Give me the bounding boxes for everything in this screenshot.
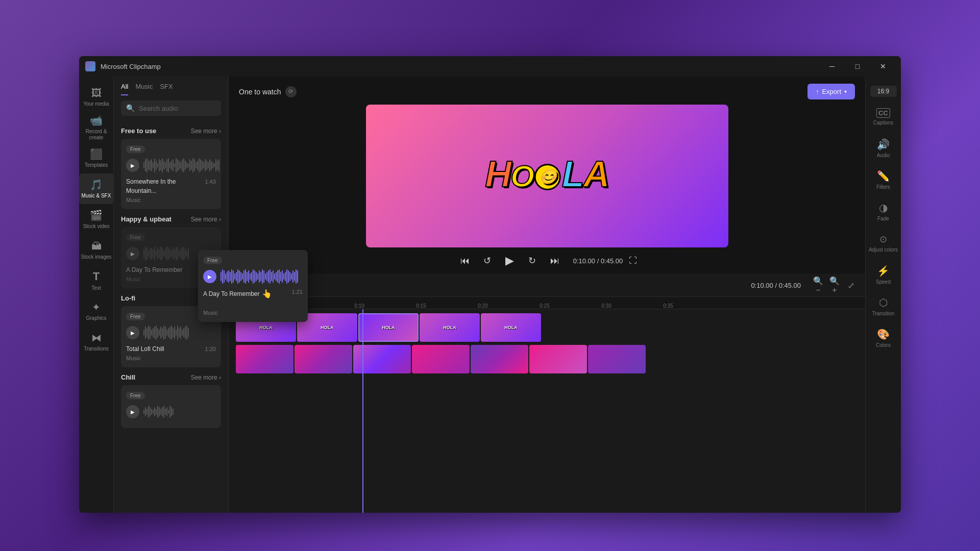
preview-badge[interactable]: ⟳ bbox=[285, 86, 297, 97]
audio-label: Audio bbox=[877, 153, 890, 159]
bg-clip-1[interactable] bbox=[236, 345, 293, 373]
bg-track bbox=[236, 345, 858, 373]
bg-clip-3[interactable] bbox=[353, 345, 411, 373]
section-free-title: Free to use bbox=[121, 127, 156, 135]
stock-images-icon: 🏔 bbox=[91, 240, 102, 252]
play-button-lofi[interactable]: ▶ bbox=[126, 326, 139, 339]
track-tooltip: Free ▶ bbox=[198, 250, 308, 322]
play-pause-button[interactable]: ▶ bbox=[502, 253, 518, 269]
export-button[interactable]: ↑ Export ▾ bbox=[807, 84, 855, 99]
hola-l: L bbox=[562, 154, 583, 194]
hola-track: HOLA HOLA HOLA HOLA bbox=[236, 313, 858, 342]
aspect-ratio-badge[interactable]: 16:9 bbox=[870, 86, 897, 97]
graphics-icon: ✦ bbox=[92, 301, 101, 313]
see-more-happy[interactable]: See more › bbox=[191, 216, 221, 223]
tl-time-total: 0:45.00 bbox=[779, 282, 801, 289]
text-label: Text bbox=[91, 285, 101, 291]
smiley-face: 😊 bbox=[534, 164, 561, 190]
hola-clip-5[interactable]: HOLA bbox=[481, 313, 541, 342]
sidebar-item-stock-images[interactable]: 🏔 Stock images bbox=[79, 235, 114, 265]
timeline-tracks: HOLA HOLA HOLA HOLA bbox=[229, 309, 865, 513]
time-mark-20: 0:20 bbox=[478, 303, 487, 309]
center-area: One to watch ⟳ ↑ Export ▾ HO😊LA bbox=[229, 77, 865, 513]
tab-sfx[interactable]: SFX bbox=[160, 83, 173, 95]
fit-button[interactable]: ⤢ bbox=[844, 278, 858, 292]
search-icon: 🔍 bbox=[126, 104, 135, 112]
hola-track-row: HOLA HOLA HOLA HOLA bbox=[236, 313, 858, 342]
audio-panel-tabs: All Music SFX bbox=[114, 77, 228, 95]
graphics-label: Graphics bbox=[86, 315, 106, 321]
fullscreen-button[interactable]: ⛶ bbox=[629, 256, 637, 265]
preview-top: One to watch ⟳ ↑ Export ▾ bbox=[239, 84, 855, 99]
fade-icon: ◑ bbox=[879, 202, 888, 214]
sidebar-item-stock-video[interactable]: 🎬 Stock video bbox=[79, 204, 114, 235]
waveform-chill bbox=[143, 404, 216, 420]
timeline-area: ↩ ↪ 🗑 ⧉ 0:10.00 / 0:45.00 🔍− 🔍+ ⤢ bbox=[229, 274, 865, 513]
bg-clip-5[interactable] bbox=[471, 345, 528, 373]
sidebar-item-templates[interactable]: ⬛ Templates bbox=[79, 143, 114, 173]
close-button[interactable]: ✕ bbox=[871, 58, 895, 74]
your-media-label: Your media bbox=[83, 101, 109, 107]
tooltip-player: ▶ bbox=[203, 268, 303, 285]
bg-clip-2[interactable] bbox=[295, 345, 352, 373]
time-mark-10: 0:10 bbox=[354, 303, 364, 309]
track-card-chill[interactable]: Free ▶ bbox=[121, 385, 221, 428]
sidebar-item-text[interactable]: T Text bbox=[79, 265, 114, 296]
section-free-to-use-header: Free to use See more › bbox=[121, 127, 221, 135]
right-nav-transition[interactable]: ⬡ Transition bbox=[866, 291, 901, 322]
minimize-button[interactable]: ─ bbox=[820, 58, 844, 74]
fast-forward-button[interactable]: ↻ bbox=[524, 253, 541, 269]
skip-to-end-button[interactable]: ⏭ bbox=[547, 253, 563, 269]
right-nav-filters[interactable]: ✏️ Filters bbox=[866, 164, 901, 196]
playhead-line bbox=[362, 309, 363, 513]
rewind-button[interactable]: ↺ bbox=[479, 253, 496, 269]
track-card-somewhere[interactable]: Free ▶ Somewhere In the Mountain... Musi… bbox=[121, 139, 221, 209]
captions-label: Captions bbox=[873, 120, 893, 126]
tab-music[interactable]: Music bbox=[135, 83, 153, 95]
hola-clip-3[interactable]: HOLA bbox=[358, 313, 419, 342]
music-sfx-icon: 🎵 bbox=[90, 179, 103, 191]
right-nav-colors[interactable]: 🎨 Colors bbox=[866, 322, 901, 354]
tooltip-play-button[interactable]: ▶ bbox=[203, 270, 216, 283]
maximize-button[interactable]: □ bbox=[846, 58, 869, 74]
right-nav-captions[interactable]: CC Captions bbox=[866, 101, 901, 133]
search-input[interactable] bbox=[139, 105, 216, 112]
zoom-in-button[interactable]: 🔍+ bbox=[827, 278, 842, 292]
sidebar-item-your-media[interactable]: 🖼 Your media bbox=[79, 82, 114, 112]
tooltip-duration: 1:21 bbox=[292, 289, 303, 317]
bg-clip-7[interactable] bbox=[588, 345, 646, 373]
hola-a: A bbox=[583, 154, 609, 194]
right-nav-speed[interactable]: ⚡ Speed bbox=[866, 259, 901, 291]
filters-label: Filters bbox=[876, 184, 890, 190]
right-nav-audio[interactable]: 🔊 Audio bbox=[866, 133, 901, 164]
track-info-somewhere: Somewhere In the Mountain... Music 1:43 bbox=[126, 177, 216, 204]
play-button-chill[interactable]: ▶ bbox=[126, 405, 139, 418]
hola-clip-4[interactable]: HOLA bbox=[420, 313, 480, 342]
track-badge-free4: Free bbox=[126, 392, 145, 399]
bg-track-row bbox=[236, 345, 858, 373]
zoom-out-button[interactable]: 🔍− bbox=[811, 278, 825, 292]
track-type3: Music bbox=[126, 355, 141, 361]
tab-all[interactable]: All bbox=[121, 83, 128, 95]
skip-to-start-button[interactable]: ⏮ bbox=[457, 253, 473, 269]
sidebar-item-transitions[interactable]: ⧓ Transitions bbox=[79, 327, 114, 357]
export-label: Export bbox=[822, 88, 841, 95]
filters-icon: ✏️ bbox=[877, 170, 890, 182]
right-nav-adjust-colors[interactable]: ⊙ Adjust colors bbox=[866, 228, 901, 259]
bg-clip-6[interactable] bbox=[529, 345, 587, 373]
see-more-chill[interactable]: See more › bbox=[191, 374, 221, 381]
section-lofi-title: Lo-fi bbox=[121, 294, 135, 302]
track-badge-free2: Free bbox=[126, 234, 145, 241]
video-controls: ⏮ ↺ ▶ ↻ ⏭ 0:10.00 / 0:45.00 ⛶ bbox=[457, 253, 638, 269]
track-name3: Total Lofi Chill bbox=[126, 345, 164, 353]
hola-o: O bbox=[510, 159, 533, 194]
right-nav-fade[interactable]: ◑ Fade bbox=[866, 196, 901, 228]
play-button-somewhere[interactable]: ▶ bbox=[126, 159, 139, 172]
record-create-label: Record & create bbox=[79, 129, 114, 141]
sidebar-item-record-create[interactable]: 📹 Record & create bbox=[79, 112, 114, 143]
see-more-free[interactable]: See more › bbox=[191, 128, 221, 135]
sidebar-item-music-sfx[interactable]: 🎵 Music & SFX bbox=[79, 173, 114, 204]
play-button-day[interactable]: ▶ bbox=[126, 247, 139, 260]
sidebar-item-graphics[interactable]: ✦ Graphics bbox=[79, 296, 114, 327]
bg-clip-4[interactable] bbox=[412, 345, 470, 373]
